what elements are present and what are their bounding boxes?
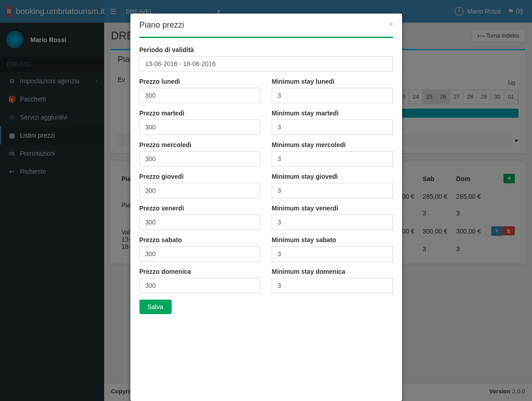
price-label: Prezzo domenica	[139, 268, 261, 275]
price-input[interactable]	[139, 278, 261, 293]
day-row-6: Prezzo domenicaMinimum stay domenica	[139, 268, 393, 293]
day-row-5: Prezzo sabatoMinimum stay sabato	[139, 236, 393, 262]
day-row-0: Prezzo lunedìMinimum stay lunedì	[139, 78, 393, 103]
modal-overlay[interactable]: Piano prezzi × Periodo di validità Prezz…	[0, 0, 532, 401]
price-input[interactable]	[139, 88, 261, 103]
period-label: Periodo di validità	[139, 46, 393, 53]
stay-input[interactable]	[272, 215, 393, 230]
save-button[interactable]: Salva	[139, 300, 172, 314]
stay-label: Minimum stay venerdì	[272, 205, 393, 212]
stay-label: Minimum stay mercoledì	[272, 141, 393, 148]
day-row-4: Prezzo venerdìMinimum stay venerdì	[139, 205, 393, 230]
accent-bar	[139, 37, 393, 38]
price-input[interactable]	[139, 215, 261, 230]
modal-header: Piano prezzi ×	[130, 14, 402, 37]
price-label: Prezzo giovedì	[139, 173, 261, 180]
stay-input[interactable]	[272, 246, 393, 262]
stay-label: Minimum stay giovedì	[272, 173, 393, 180]
stay-label: Minimum stay martedì	[272, 110, 393, 117]
modal-title: Piano prezzi	[139, 20, 393, 30]
price-input[interactable]	[139, 246, 261, 262]
price-input[interactable]	[139, 183, 261, 198]
price-label: Prezzo lunedì	[139, 78, 261, 85]
modal-body: Periodo di validità Prezzo lunedìMinimum…	[130, 37, 402, 323]
close-icon[interactable]: ×	[388, 19, 394, 29]
price-label: Prezzo sabato	[139, 236, 261, 243]
stay-input[interactable]	[272, 183, 393, 198]
stay-input[interactable]	[272, 151, 393, 167]
price-plan-modal: Piano prezzi × Periodo di validità Prezz…	[130, 14, 402, 401]
day-row-1: Prezzo martedìMinimum stay martedì	[139, 110, 393, 135]
price-input[interactable]	[139, 119, 261, 135]
day-row-3: Prezzo giovedìMinimum stay giovedì	[139, 173, 393, 198]
day-row-2: Prezzo mercoledìMinimum stay mercoledì	[139, 141, 393, 167]
stay-label: Minimum stay lunedì	[272, 78, 393, 85]
stay-label: Minimum stay domenica	[272, 268, 393, 275]
price-label: Prezzo martedì	[139, 110, 261, 117]
stay-input[interactable]	[272, 119, 393, 135]
period-group: Periodo di validità	[139, 46, 393, 72]
stay-input[interactable]	[272, 88, 393, 103]
period-input[interactable]	[139, 56, 393, 72]
price-label: Prezzo mercoledì	[139, 141, 261, 148]
price-input[interactable]	[139, 151, 261, 167]
stay-label: Minimum stay sabato	[272, 236, 393, 243]
stay-input[interactable]	[272, 278, 393, 293]
price-label: Prezzo venerdì	[139, 205, 261, 212]
